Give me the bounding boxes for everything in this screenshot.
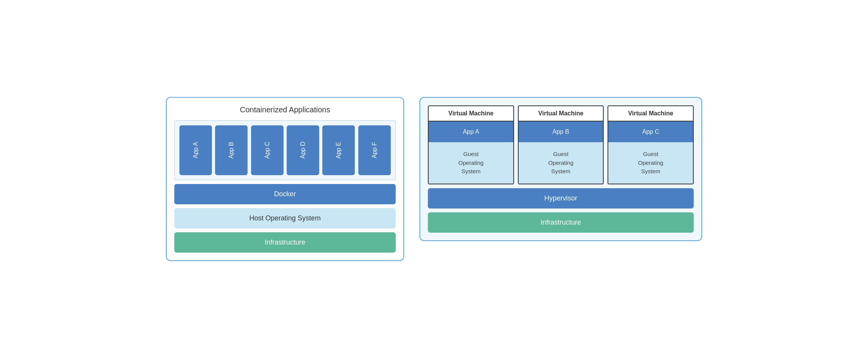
vm-app-0: App A	[429, 122, 513, 142]
left-infra-layer: Infrastructure	[174, 232, 396, 253]
host-os-layer: Host Operating System	[174, 208, 396, 228]
right-infra-layer: Infrastructure	[428, 212, 694, 233]
app-box: App F	[358, 125, 391, 175]
left-diagram: Containerized Applications App AApp BApp…	[166, 97, 404, 261]
left-diagram-title: Containerized Applications	[174, 105, 396, 114]
vm-title-1: Virtual Machine	[519, 106, 603, 122]
app-box: App D	[287, 125, 319, 175]
vm-title-2: Virtual Machine	[608, 106, 693, 122]
apps-row: App AApp BApp CApp DApp EApp F	[179, 125, 391, 175]
vm-guest-os-1: GuestOperatingSystem	[519, 142, 603, 184]
vm-column-1: Virtual MachineApp BGuestOperatingSystem	[518, 105, 604, 184]
vm-row: Virtual MachineApp AGuestOperatingSystem…	[428, 105, 694, 184]
vm-column-2: Virtual MachineApp CGuestOperatingSystem	[608, 105, 694, 184]
docker-layer: Docker	[174, 184, 396, 204]
vm-guest-os-0: GuestOperatingSystem	[429, 142, 513, 184]
app-box: App A	[179, 125, 212, 175]
page-container: Containerized Applications App AApp BApp…	[166, 97, 702, 261]
vm-column-0: Virtual MachineApp AGuestOperatingSystem	[428, 105, 514, 184]
hypervisor-layer: Hypervisor	[428, 188, 694, 209]
vm-app-2: App C	[608, 122, 693, 142]
vm-guest-os-2: GuestOperatingSystem	[608, 142, 693, 184]
container-wrapper: App AApp BApp CApp DApp EApp F	[174, 120, 396, 180]
right-diagram: Virtual MachineApp AGuestOperatingSystem…	[419, 97, 702, 241]
app-box: App B	[215, 125, 247, 175]
vm-title-0: Virtual Machine	[429, 106, 513, 122]
vm-app-1: App B	[519, 122, 603, 142]
app-box: App C	[251, 125, 283, 175]
app-box: App E	[322, 125, 355, 175]
